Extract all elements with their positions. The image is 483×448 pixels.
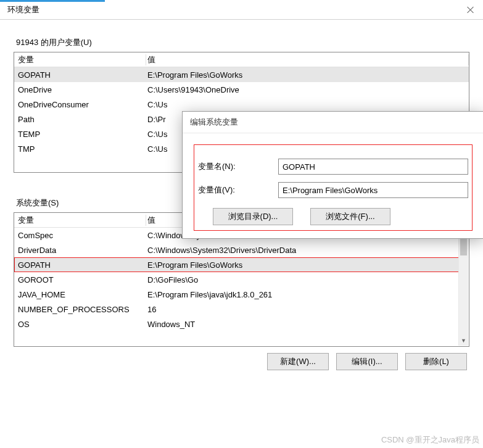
var-value-label: 变量值(V): xyxy=(198,185,272,196)
col-val-header[interactable]: 值 xyxy=(146,54,469,65)
table-row[interactable]: OneDriveC:\Users\91943\OneDrive xyxy=(14,82,469,97)
table-header: 变量值 xyxy=(14,52,469,67)
scroll-down-icon[interactable]: ▼ xyxy=(459,336,468,346)
edit-button[interactable]: 编辑(I)... xyxy=(336,353,398,370)
table-row[interactable]: JAVA_HOMEE:\Program Files\java\jdk1.8.0_… xyxy=(14,287,459,302)
var-name: OneDriveConsumer xyxy=(14,100,146,109)
var-name: DriverData xyxy=(14,246,146,255)
table-row[interactable]: OSWindows_NT xyxy=(14,317,459,331)
var-value: E:\Program Files\java\jdk1.8.0_261 xyxy=(146,290,459,299)
var-name: JAVA_HOME xyxy=(14,290,146,299)
col-var-header[interactable]: 变量 xyxy=(14,54,146,65)
var-name: GOPATH xyxy=(14,260,146,270)
table-row[interactable]: DriverDataC:\Windows\System32\Drivers\Dr… xyxy=(14,243,459,257)
browse-file-button[interactable]: 浏览文件(F)... xyxy=(310,208,390,225)
var-name: NUMBER_OF_PROCESSORS xyxy=(14,305,146,314)
var-name-label: 变量名(N): xyxy=(198,161,272,172)
var-name: ComSpec xyxy=(14,231,146,240)
var-name: GOROOT xyxy=(14,275,146,284)
var-value: 16 xyxy=(146,305,459,314)
var-value-input[interactable] xyxy=(278,182,468,198)
table-row[interactable]: OneDriveConsumerC:\Us xyxy=(14,97,469,112)
var-value: C:\Windows\System32\Drivers\DriverData xyxy=(146,246,459,255)
var-value: E:\Program Files\GoWorks xyxy=(146,70,469,80)
var-value: C:\Users\91943\OneDrive xyxy=(146,85,469,94)
var-name: TMP xyxy=(14,144,146,154)
watermark: CSDN @重开之Java程序员 xyxy=(381,434,479,446)
browse-dir-button[interactable]: 浏览目录(D)... xyxy=(213,208,293,225)
var-name-input[interactable] xyxy=(278,159,468,175)
window-title: 环境变量 xyxy=(7,4,39,15)
var-value: E:\Program Files\GoWorks xyxy=(146,260,459,270)
modal-title: 编辑系统变量 xyxy=(183,112,483,133)
new-button[interactable]: 新建(W)... xyxy=(267,353,329,370)
table-row[interactable]: NUMBER_OF_PROCESSORS16 xyxy=(14,302,459,317)
close-icon[interactable] xyxy=(466,5,476,15)
var-value: D:\GoFiles\Go xyxy=(146,275,459,284)
var-name: OS xyxy=(14,320,146,329)
var-value: C:\Us xyxy=(146,100,469,109)
delete-button[interactable]: 删除(L) xyxy=(405,353,467,370)
col-var-header[interactable]: 变量 xyxy=(14,215,146,226)
var-name: TEMP xyxy=(14,130,146,139)
table-row[interactable]: GOPATHE:\Program Files\GoWorks xyxy=(14,257,459,272)
user-vars-label: 91943 的用户变量(U) xyxy=(16,37,467,48)
edit-system-var-dialog: 编辑系统变量 变量名(N): 变量值(V): 浏览目录(D)... 浏览文件(F… xyxy=(182,111,483,239)
var-name: GOPATH xyxy=(14,70,146,80)
table-row[interactable]: GOROOTD:\GoFiles\Go xyxy=(14,272,459,287)
table-row[interactable]: GOPATHE:\Program Files\GoWorks xyxy=(14,67,469,82)
var-value: Windows_NT xyxy=(146,320,459,329)
var-name: OneDrive xyxy=(14,85,146,94)
var-name: Path xyxy=(14,115,146,124)
titlebar: 环境变量 xyxy=(0,0,483,20)
